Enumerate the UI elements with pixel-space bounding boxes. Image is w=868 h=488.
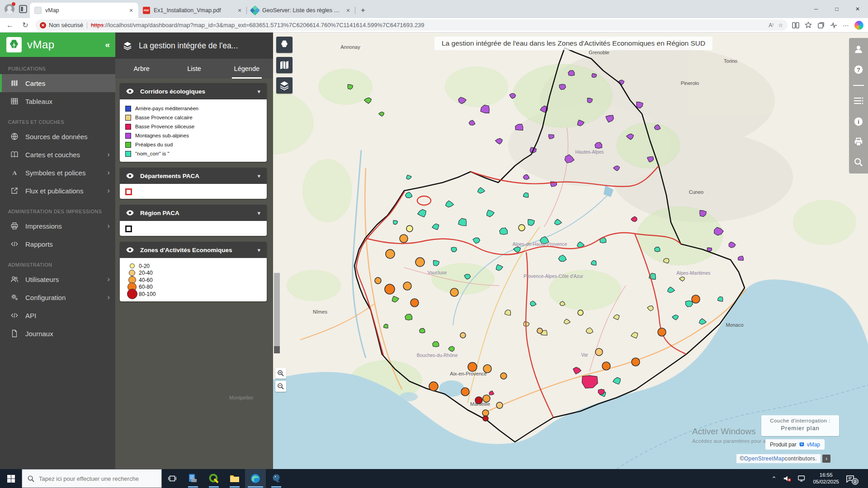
sidebar-item-cartes[interactable]: Cartes (0, 74, 115, 92)
app-explorer-icon[interactable] (224, 469, 245, 488)
new-tab-button[interactable]: + (357, 5, 369, 16)
zae-marker[interactable] (692, 295, 700, 303)
close-button[interactable]: ✕ (847, 0, 868, 18)
sidebar-item-api[interactable]: API (0, 306, 115, 324)
app-qgis-icon[interactable] (203, 469, 224, 488)
collections-icon[interactable] (817, 22, 825, 29)
zae-marker[interactable] (461, 388, 469, 396)
zae-marker[interactable] (429, 382, 438, 391)
corridor-patch[interactable] (598, 389, 604, 394)
tab-search-icon[interactable] (19, 5, 27, 13)
corridor-patch[interactable] (420, 328, 425, 333)
sidebar-item-journaux[interactable]: Journaux (0, 324, 115, 343)
network-icon[interactable] (798, 475, 806, 482)
browser-tab-ex1installationvmappdf[interactable]: Ex1_Installation_Vmap.pdf✕ (138, 3, 247, 18)
zae-marker[interactable] (483, 416, 488, 421)
task-view-button[interactable] (162, 469, 183, 488)
app-files-blue-icon[interactable] (183, 469, 203, 488)
split-screen-icon[interactable] (792, 22, 799, 29)
back-button[interactable]: ← (5, 20, 15, 31)
tab-close-icon[interactable]: ✕ (344, 7, 352, 14)
zae-marker[interactable] (415, 258, 425, 267)
panel-tab-legende[interactable]: Légende (221, 59, 273, 79)
zae-marker[interactable] (400, 235, 408, 243)
zae-marker[interactable] (406, 225, 413, 232)
browser-tab-vmap[interactable]: vMap✕ (30, 3, 138, 18)
corridor-patch[interactable] (595, 142, 602, 148)
print-icon[interactable] (854, 137, 863, 147)
zoom-out-button[interactable] (275, 381, 286, 392)
sidebar-item-impressions[interactable]: Impressions› (0, 217, 115, 235)
zae-marker[interactable] (385, 284, 395, 294)
legend-group-header[interactable]: Zones d'Activités Economiques▾ (120, 242, 267, 258)
zoom-in-button[interactable] (275, 368, 286, 379)
corridor-patch[interactable] (655, 247, 660, 252)
sidebar-item-flux-et-publications[interactable]: Flux et publications› (0, 182, 115, 200)
zae-marker[interactable] (410, 299, 419, 307)
taskbar-search[interactable] (22, 469, 162, 488)
eye-icon[interactable] (126, 173, 134, 178)
favorites-bar-icon[interactable] (805, 22, 812, 29)
corridor-patch[interactable] (559, 84, 566, 89)
attribution-toggle-button[interactable]: › (822, 455, 830, 463)
zae-marker[interactable] (468, 362, 477, 371)
sidebar-item-sources-de-donnees[interactable]: Sources de données (0, 127, 115, 145)
zae-marker[interactable] (519, 225, 525, 231)
zae-marker[interactable] (386, 249, 395, 258)
eye-icon[interactable] (126, 89, 134, 94)
settings-more-icon[interactable]: ⋯ (843, 22, 849, 29)
address-bar[interactable]: ✕ Non sécurisé https://localhost/vmap/da… (35, 19, 788, 31)
favorite-star-icon[interactable]: ☆ (778, 22, 783, 28)
corridor-patch[interactable] (451, 247, 457, 252)
corridor-patch[interactable] (686, 301, 693, 307)
security-chip[interactable]: ✕ Non sécurisé (40, 22, 83, 28)
legend-group-header[interactable]: Région PACA▾ (120, 205, 267, 221)
clock[interactable]: 16:55 05/02/2025 (813, 472, 839, 485)
scrollbar-handle[interactable] (274, 346, 280, 353)
panel-tab-liste[interactable]: Liste (168, 59, 220, 79)
user-icon[interactable] (854, 44, 863, 54)
sidebar-item-symboles-et-polices[interactable]: ASymboles et polices› (0, 164, 115, 182)
credit-brand[interactable]: vMap (807, 441, 820, 448)
maximize-button[interactable]: □ (826, 0, 847, 18)
map-area[interactable]: AnnonayGrenobleTorinoPineroloCuneoNîmesM… (273, 33, 868, 469)
help-icon[interactable]: ? (854, 65, 863, 75)
osm-link[interactable]: OpenStreetMap (744, 455, 785, 462)
sidebar-collapse-button[interactable]: « (105, 40, 109, 50)
eye-icon[interactable] (126, 247, 134, 253)
corridor-patch[interactable] (433, 342, 439, 347)
basemap-button[interactable] (276, 57, 292, 73)
sidebar-item-tableaux[interactable]: Tableaux (0, 92, 115, 110)
zae-marker[interactable] (578, 310, 583, 315)
browser-tab-geoserver-liste-des-regl[interactable]: GeoServer: Liste des règles d'accè✕ (247, 3, 355, 18)
map-canvas[interactable]: AnnonayGrenobleTorinoPineroloCuneoNîmesM… (273, 33, 868, 469)
legend-group-header[interactable]: Corridors écologiques▾ (120, 83, 267, 99)
sidebar-item-cartes-et-couches[interactable]: Cartes et couches› (0, 145, 115, 164)
corridor-patch[interactable] (568, 70, 575, 76)
layers-button[interactable] (276, 77, 292, 94)
zae-marker[interactable] (482, 410, 489, 416)
volume-muted-icon[interactable] (783, 475, 791, 482)
zae-marker[interactable] (403, 282, 411, 290)
copilot-icon[interactable] (854, 21, 863, 30)
corridor-patch[interactable] (405, 314, 412, 320)
refresh-button[interactable]: ↻ (20, 20, 31, 31)
search-icon[interactable] (854, 157, 863, 167)
app-edge-icon[interactable] (245, 469, 266, 488)
zae-marker[interactable] (537, 328, 542, 333)
eye-icon[interactable] (126, 210, 134, 216)
sidebar-item-rapports[interactable]: Rapports (0, 235, 115, 253)
zae-marker[interactable] (500, 373, 507, 379)
taskbar-search-input[interactable] (39, 475, 152, 482)
layer-list-icon[interactable] (853, 96, 864, 106)
info-icon[interactable]: i (854, 117, 863, 127)
zae-marker[interactable] (658, 328, 666, 336)
tab-close-icon[interactable]: ✕ (127, 7, 135, 14)
notification-center-button[interactable]: 2 (846, 475, 854, 483)
panel-tab-arbre[interactable]: Arbre (115, 59, 168, 79)
zae-marker[interactable] (496, 402, 503, 408)
panel-scrollbar[interactable] (274, 273, 280, 353)
read-aloud-icon[interactable]: A⁾ (769, 22, 774, 28)
vmap-home-button[interactable] (276, 37, 292, 53)
zae-marker[interactable] (375, 277, 381, 284)
